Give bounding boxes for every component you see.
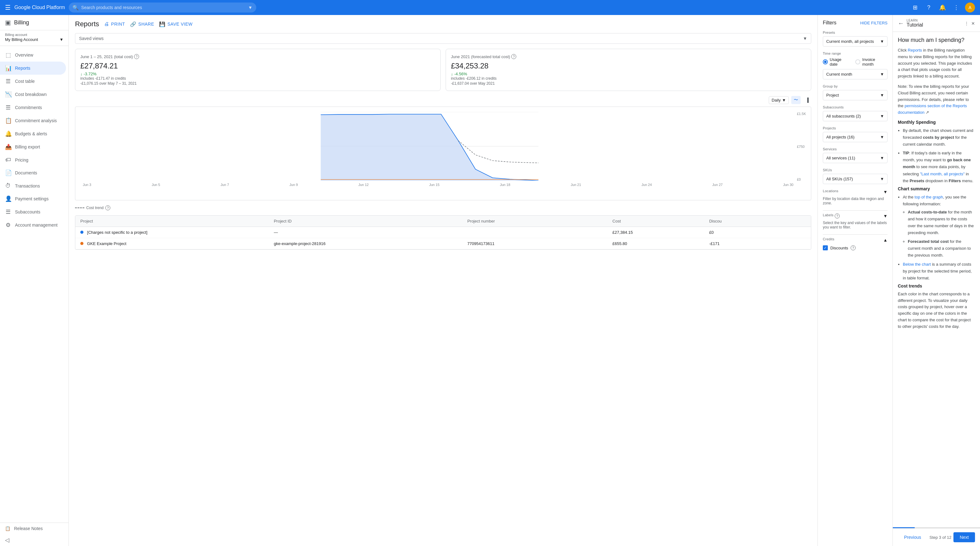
line-chart-btn[interactable]: 〜 [791, 96, 800, 104]
discounts-label: Discounts [830, 246, 848, 250]
x-label: Jun 18 [500, 183, 510, 186]
sidebar-item-account-management[interactable]: ⚙ Account management [0, 218, 66, 232]
sidebar-item-commitment-analysis[interactable]: 📋 Commitment analysis [0, 114, 66, 127]
x-label: Jun 3 [83, 183, 91, 186]
sidebar-item-budgets-alerts[interactable]: 🔔 Budgets & alerts [0, 127, 66, 140]
discounts-checkbox-icon[interactable]: ✓ [823, 245, 828, 250]
labels-section-header[interactable]: Labels ? ▼ [823, 213, 888, 219]
invoice-month-option[interactable]: Invoice month [855, 57, 888, 67]
usage-date-option[interactable]: Usage date [823, 57, 850, 67]
search-input[interactable] [81, 5, 246, 10]
presets-dropdown[interactable]: Current month, all projects ▼ [823, 36, 888, 46]
actual-cost-change: ↓ -3.72% [80, 72, 435, 76]
labels-help-icon[interactable]: ? [835, 213, 840, 218]
reports-link[interactable]: Reports [908, 48, 922, 53]
more-options-icon[interactable]: ⋮ [951, 3, 961, 13]
avatar[interactable]: A [965, 3, 975, 13]
sidebar-item-reports[interactable]: 📊 Reports [0, 62, 66, 75]
sidebar-item-cost-table[interactable]: ☰ Cost table [0, 75, 66, 88]
sidebar-item-subaccounts[interactable]: ☰ Subaccounts [0, 205, 66, 218]
print-button[interactable]: 🖨 PRINT [104, 21, 125, 27]
col-project-id: Project ID [274, 219, 467, 223]
tutorial-title: Tutorial [907, 22, 962, 28]
project-cost: £655.80 [612, 241, 710, 246]
below-chart-link[interactable]: Below the chart [903, 262, 931, 267]
services-dropdown[interactable]: All services (11) ▼ [823, 153, 888, 163]
sidebar-item-label: Overview [15, 53, 33, 57]
sidebar-nav: ⬚ Overview 📊 Reports ☰ Cost table 📉 Cost… [0, 46, 68, 522]
locations-desc: Filter by location data like region and … [823, 197, 888, 205]
sidebar-item-cost-breakdown[interactable]: 📉 Cost breakdown [0, 88, 66, 101]
time-range-chevron: ▼ [880, 72, 884, 76]
previous-button[interactable]: Previous [898, 532, 927, 542]
filter-time-range: Time range Usage date Invoice month Curr… [823, 52, 888, 80]
x-label: Jun 15 [429, 183, 439, 186]
chart-interval-select[interactable]: Daily ▼ [769, 96, 789, 104]
sidebar-item-label: Documents [15, 170, 37, 175]
commitments-icon: ☰ [5, 104, 11, 111]
locations-label: Locations [823, 189, 838, 193]
skus-dropdown[interactable]: All SKUs (157) ▼ [823, 174, 888, 184]
sidebar-item-payment-settings[interactable]: 👤 Payment settings [0, 192, 66, 205]
list-item: Forecasted total cost for the current mo… [908, 238, 975, 259]
bar-chart-btn[interactable]: ▐ [803, 96, 811, 104]
y-label-top: £1.5K [797, 112, 806, 116]
tutorial-back-button[interactable]: ← [898, 20, 904, 27]
saved-views-dropdown[interactable]: Saved views ▼ [75, 33, 811, 44]
next-button[interactable]: Next [953, 532, 975, 542]
menu-icon[interactable]: ☰ [5, 4, 11, 11]
sidebar-collapse-btn[interactable]: ◁ [0, 534, 68, 546]
time-range-dropdown[interactable]: Current month ▼ [823, 69, 888, 80]
transactions-icon: ⏱ [5, 183, 11, 189]
sidebar-item-label: Pricing [15, 158, 29, 162]
save-view-button[interactable]: 💾 SAVE VIEW [159, 21, 192, 27]
locations-section-header[interactable]: Locations ▼ [823, 189, 888, 195]
documents-icon: 📄 [5, 169, 11, 176]
forecast-cost-help-icon[interactable]: ? [511, 54, 516, 59]
sidebar-item-pricing[interactable]: 🏷 Pricing [0, 153, 66, 166]
last-month-link[interactable]: "Last month, all projects" [920, 172, 965, 176]
sidebar-item-billing-export[interactable]: 📤 Billing export [0, 140, 66, 153]
top-graph-link[interactable]: top of the graph [915, 195, 943, 199]
sidebar-item-release-notes[interactable]: 📋 Release Notes [0, 523, 68, 534]
usage-date-radio[interactable] [823, 59, 828, 64]
sidebar-item-label: Cost table [15, 79, 35, 84]
share-button[interactable]: 🔗 SHARE [130, 21, 154, 27]
sidebar-item-overview[interactable]: ⬚ Overview [0, 48, 66, 62]
hide-filters-button[interactable]: HIDE FILTERS [860, 21, 888, 25]
billing-account-selector[interactable]: Billing account My Billing Account ▼ [0, 30, 68, 46]
subaccounts-dropdown[interactable]: All subaccounts (2) ▼ [823, 111, 888, 121]
skus-label: SKUs [823, 168, 888, 172]
project-discount: £0 [709, 230, 806, 235]
actual-cost-card: June 1 – 25, 2021 (total cost) ? £27,874… [75, 49, 441, 91]
project-discount: -£171 [709, 241, 806, 246]
credits-chevron: ▲ [883, 237, 888, 242]
discounts-help-icon[interactable]: ? [851, 245, 856, 250]
group-by-dropdown[interactable]: Project ▼ [823, 90, 888, 100]
grid-icon[interactable]: ⊞ [910, 3, 920, 13]
permissions-link[interactable]: permissions section of the Reports docum… [898, 103, 967, 115]
filters-panel: Filters HIDE FILTERS Presets Current mon… [818, 15, 892, 546]
projects-dropdown[interactable]: All projects (16) ▼ [823, 132, 888, 142]
reports-header: Reports 🖨 PRINT 🔗 SHARE 💾 SAVE VIEW [75, 20, 811, 28]
sidebar-item-documents[interactable]: 📄 Documents [0, 166, 66, 179]
actual-cost-help-icon[interactable]: ? [134, 54, 139, 59]
search-dropdown-icon[interactable]: ▼ [248, 5, 253, 10]
billing-account-value[interactable]: My Billing Account ▼ [5, 37, 64, 42]
tutorial-close-icon[interactable]: ✕ [971, 21, 975, 26]
invoice-month-radio[interactable] [855, 59, 860, 64]
notifications-icon[interactable]: 🔔 [937, 3, 948, 13]
sidebar-item-commitments[interactable]: ☰ Commitments [0, 101, 66, 114]
credits-section-header[interactable]: Credits ▲ [823, 237, 888, 243]
sidebar-item-transactions[interactable]: ⏱ Transactions [0, 179, 66, 192]
x-label: Jun 30 [783, 183, 794, 186]
monthly-spending-title: Monthly Spending [898, 120, 975, 125]
reports-main: Reports 🖨 PRINT 🔗 SHARE 💾 SAVE VIEW [69, 15, 818, 546]
cost-trend-help-icon[interactable]: ? [105, 205, 110, 210]
tutorial-more-icon[interactable]: ⋮ [964, 21, 969, 26]
cost-trend-line-icon [75, 207, 84, 208]
help-icon[interactable]: ? [924, 3, 934, 13]
topbar-actions: ⊞ ? 🔔 ⋮ A [910, 3, 975, 13]
forecast-cost-change: ↓ -4.56% [451, 72, 806, 76]
discounts-checkbox[interactable]: ✓ Discounts ? [823, 245, 888, 250]
